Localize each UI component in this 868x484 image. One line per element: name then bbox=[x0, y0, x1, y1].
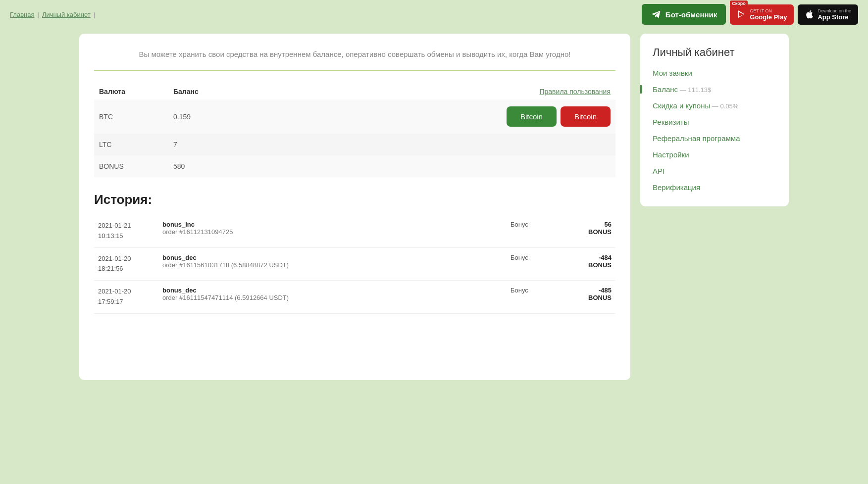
sidebar-nav-link[interactable]: Реквизиты bbox=[653, 118, 689, 126]
col-balance: Баланс bbox=[168, 84, 267, 99]
balance-actions bbox=[267, 134, 615, 155]
sidebar-nav-item: Реквизиты bbox=[653, 118, 776, 126]
google-play-text: GET IT ON Google Play bbox=[750, 8, 787, 21]
sidebar-nav-link[interactable]: API bbox=[653, 167, 664, 175]
sidebar-accent-bar bbox=[640, 85, 642, 94]
rules-link-cell: Правила пользования bbox=[267, 84, 615, 99]
sidebar-nav-link[interactable]: Мои заявки bbox=[653, 69, 692, 77]
sidebar-nav-link[interactable]: Баланс bbox=[653, 85, 678, 94]
sidebar-nav-item: Мои заявки bbox=[653, 69, 776, 77]
balance-amount: 580 bbox=[168, 155, 267, 177]
history-operation: bonus_decorder #1611561031718 (6.5884887… bbox=[158, 247, 507, 281]
sidebar-title: Личный кабинет bbox=[653, 46, 776, 59]
history-value: -485BONUS bbox=[556, 281, 615, 314]
sidebar: Личный кабинет Мои заявкиБаланс — 111.13… bbox=[640, 34, 789, 206]
balance-row: LTC7 bbox=[94, 134, 615, 155]
sidebar-nav-link[interactable]: Настройки bbox=[653, 150, 689, 159]
sidebar-nav-meta: — 0.05% bbox=[710, 102, 738, 110]
sidebar-nav-link[interactable]: Скидка и купоны bbox=[653, 101, 710, 110]
col-currency: Валюта bbox=[94, 84, 168, 99]
bot-exchanger-button[interactable]: Бот-обменник bbox=[642, 4, 726, 25]
sidebar-nav-item: Баланс — 111.13$ bbox=[653, 85, 776, 94]
history-type: Бонус bbox=[507, 247, 556, 281]
balance-actions: BitcoinBitcoin bbox=[267, 99, 615, 134]
history-datetime: 2021-01-20 18:21:56 bbox=[94, 247, 158, 281]
history-value: 56BONUS bbox=[556, 215, 615, 247]
header-actions: Бот-обменник Скоро GET IT ON Google Play… bbox=[642, 4, 858, 25]
history-type: Бонус bbox=[507, 215, 556, 247]
history-op-name: bonus_dec bbox=[162, 254, 503, 261]
breadcrumb-cabinet[interactable]: Личный кабинет bbox=[42, 11, 91, 18]
main-panel: Вы можете хранить свои средства на внутр… bbox=[79, 34, 630, 380]
history-operation: bonus_decorder #16111547471114 (6.591266… bbox=[158, 281, 507, 314]
promo-text: Вы можете хранить свои средства на внутр… bbox=[94, 48, 615, 60]
sidebar-nav-item: Реферальная программа bbox=[653, 134, 776, 143]
balance-currency: BTC bbox=[94, 99, 168, 134]
google-play-button[interactable]: Скоро GET IT ON Google Play bbox=[730, 4, 794, 25]
sidebar-nav-item: Верификация bbox=[653, 183, 776, 192]
sidebar-nav-item: Настройки bbox=[653, 150, 776, 159]
sidebar-nav-item: Скидка и купоны — 0.05% bbox=[653, 101, 776, 110]
history-operation: bonus_incorder #16112131094725 bbox=[158, 215, 507, 247]
balance-currency: BONUS bbox=[94, 155, 168, 177]
balance-row: BTC0.159BitcoinBitcoin bbox=[94, 99, 615, 134]
balance-row: BONUS580 bbox=[94, 155, 615, 177]
top-bar: Главная | Личный кабинет | Бот-обменник … bbox=[0, 0, 868, 29]
soon-badge: Скоро bbox=[730, 0, 747, 6]
bot-exchanger-label: Бот-обменник bbox=[665, 10, 717, 19]
history-row: 2021-01-20 18:21:56bonus_decorder #16115… bbox=[94, 247, 615, 281]
history-row: 2021-01-21 10:13:15bonus_incorder #16112… bbox=[94, 215, 615, 247]
app-store-text: Download on the App Store bbox=[817, 8, 851, 21]
app-store-button[interactable]: Download on the App Store bbox=[798, 4, 858, 25]
history-type: Бонус bbox=[507, 281, 556, 314]
sidebar-nav-meta: — 111.13$ bbox=[678, 86, 711, 94]
sidebar-wrapper: Личный кабинет Мои заявкиБаланс — 111.13… bbox=[640, 34, 789, 380]
sidebar-nav: Мои заявкиБаланс — 111.13$Скидка и купон… bbox=[653, 69, 776, 192]
history-datetime: 2021-01-21 10:13:15 bbox=[94, 215, 158, 247]
rules-link[interactable]: Правила пользования bbox=[539, 88, 611, 96]
balance-table: Валюта Баланс Правила пользования BTC0.1… bbox=[94, 84, 615, 177]
history-op-name: bonus_dec bbox=[162, 287, 503, 294]
balance-actions bbox=[267, 155, 615, 177]
bitcoin-withdraw-button[interactable]: Bitcoin bbox=[561, 106, 611, 127]
breadcrumb-separator1: | bbox=[37, 11, 39, 18]
balance-amount: 0.159 bbox=[168, 99, 267, 134]
history-op-name: bonus_inc bbox=[162, 221, 503, 228]
sidebar-nav-link[interactable]: Реферальная программа bbox=[653, 134, 740, 143]
history-op-detail: order #1611561031718 (6.58848872 USDT) bbox=[162, 261, 503, 269]
google-play-icon bbox=[737, 9, 747, 19]
history-op-detail: order #16112131094725 bbox=[162, 228, 503, 236]
balance-amount: 7 bbox=[168, 134, 267, 155]
breadcrumb-separator2: | bbox=[94, 11, 95, 18]
history-op-detail: order #16111547471114 (6.5912664 USDT) bbox=[162, 294, 503, 301]
balance-currency: LTC bbox=[94, 134, 168, 155]
divider bbox=[94, 70, 615, 71]
history-table: 2021-01-21 10:13:15bonus_incorder #16112… bbox=[94, 215, 615, 314]
history-title: История: bbox=[94, 192, 615, 207]
history-datetime: 2021-01-20 17:59:17 bbox=[94, 281, 158, 314]
breadcrumb-home[interactable]: Главная bbox=[10, 11, 34, 18]
history-value: -484BONUS bbox=[556, 247, 615, 281]
sidebar-nav-item: API bbox=[653, 167, 776, 175]
apple-icon bbox=[805, 9, 815, 19]
breadcrumb: Главная | Личный кабинет | bbox=[10, 11, 95, 18]
history-row: 2021-01-20 17:59:17bonus_decorder #16111… bbox=[94, 281, 615, 314]
telegram-icon bbox=[651, 9, 662, 20]
bitcoin-deposit-button[interactable]: Bitcoin bbox=[507, 106, 557, 127]
sidebar-nav-link[interactable]: Верификация bbox=[653, 183, 700, 192]
main-layout: Вы можете хранить свои средства на внутр… bbox=[0, 29, 868, 390]
